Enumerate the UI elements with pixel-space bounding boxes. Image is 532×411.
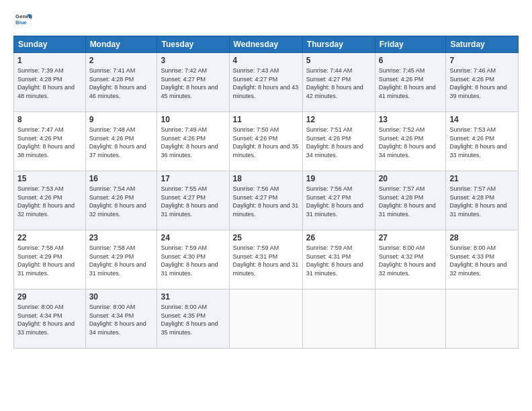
calendar-cell: 17 Sunrise: 7:55 AMSunset: 4:27 PMDaylig… <box>157 171 229 230</box>
day-number: 16 <box>89 174 154 183</box>
calendar-cell: 1 Sunrise: 7:39 AMSunset: 4:28 PMDayligh… <box>14 53 86 112</box>
day-number: 4 <box>233 56 299 65</box>
day-of-week-saturday: Saturday <box>446 36 519 53</box>
calendar-cell: 20 Sunrise: 7:57 AMSunset: 4:28 PMDaylig… <box>375 171 446 230</box>
day-number: 19 <box>306 174 371 183</box>
calendar-cell: 29 Sunrise: 8:00 AMSunset: 4:34 PMDaylig… <box>14 289 86 349</box>
calendar-cell: 27 Sunrise: 8:00 AMSunset: 4:32 PMDaylig… <box>375 230 446 289</box>
day-number: 20 <box>379 174 443 183</box>
calendar-cell: 28 Sunrise: 8:00 AMSunset: 4:33 PMDaylig… <box>446 230 519 289</box>
calendar-cell: 13 Sunrise: 7:52 AMSunset: 4:26 PMDaylig… <box>375 112 446 171</box>
calendar-cell: 11 Sunrise: 7:50 AMSunset: 4:26 PMDaylig… <box>229 112 302 171</box>
day-info: Sunrise: 7:48 AMSunset: 4:26 PMDaylight:… <box>89 126 146 158</box>
day-info: Sunrise: 8:00 AMSunset: 4:32 PMDaylight:… <box>379 244 436 277</box>
calendar-week-2: 8 Sunrise: 7:47 AMSunset: 4:26 PMDayligh… <box>14 112 519 171</box>
calendar-cell: 26 Sunrise: 7:59 AMSunset: 4:31 PMDaylig… <box>302 230 375 289</box>
day-info: Sunrise: 7:41 AMSunset: 4:28 PMDaylight:… <box>89 67 146 99</box>
day-number: 23 <box>89 233 154 242</box>
calendar-cell <box>446 289 519 349</box>
calendar-cell <box>375 289 446 349</box>
day-info: Sunrise: 7:46 AMSunset: 4:26 PMDaylight:… <box>449 67 506 99</box>
calendar-cell: 22 Sunrise: 7:58 AMSunset: 4:29 PMDaylig… <box>14 230 86 289</box>
calendar-cell: 16 Sunrise: 7:54 AMSunset: 4:26 PMDaylig… <box>85 171 157 230</box>
day-number: 14 <box>449 115 515 124</box>
calendar-cell: 3 Sunrise: 7:42 AMSunset: 4:27 PMDayligh… <box>157 53 229 112</box>
day-of-week-friday: Friday <box>375 36 446 53</box>
day-info: Sunrise: 7:58 AMSunset: 4:29 PMDaylight:… <box>17 244 75 277</box>
calendar-week-1: 1 Sunrise: 7:39 AMSunset: 4:28 PMDayligh… <box>14 53 519 112</box>
calendar-week-3: 15 Sunrise: 7:53 AMSunset: 4:26 PMDaylig… <box>14 171 519 230</box>
day-number: 28 <box>449 233 515 242</box>
calendar-cell: 8 Sunrise: 7:47 AMSunset: 4:26 PMDayligh… <box>14 112 86 171</box>
calendar-cell: 4 Sunrise: 7:43 AMSunset: 4:27 PMDayligh… <box>229 53 302 112</box>
calendar-cell: 21 Sunrise: 7:57 AMSunset: 4:28 PMDaylig… <box>446 171 519 230</box>
calendar-cell: 18 Sunrise: 7:56 AMSunset: 4:27 PMDaylig… <box>229 171 302 230</box>
day-info: Sunrise: 8:00 AMSunset: 4:33 PMDaylight:… <box>449 244 506 277</box>
day-info: Sunrise: 7:56 AMSunset: 4:27 PMDaylight:… <box>233 185 299 218</box>
day-info: Sunrise: 8:00 AMSunset: 4:34 PMDaylight:… <box>89 304 146 336</box>
day-number: 22 <box>17 233 82 242</box>
day-number: 27 <box>379 233 443 242</box>
day-info: Sunrise: 8:00 AMSunset: 4:34 PMDaylight:… <box>17 304 75 336</box>
calendar-cell: 12 Sunrise: 7:51 AMSunset: 4:26 PMDaylig… <box>302 112 375 171</box>
day-info: Sunrise: 7:42 AMSunset: 4:27 PMDaylight:… <box>161 67 218 99</box>
day-info: Sunrise: 7:43 AMSunset: 4:27 PMDaylight:… <box>233 67 299 99</box>
logo-icon: General Blue <box>13 10 32 29</box>
day-of-week-thursday: Thursday <box>302 36 375 53</box>
day-number: 5 <box>306 56 371 65</box>
day-of-week-monday: Monday <box>85 36 157 53</box>
calendar-cell: 7 Sunrise: 7:46 AMSunset: 4:26 PMDayligh… <box>446 53 519 112</box>
day-info: Sunrise: 7:59 AMSunset: 4:30 PMDaylight:… <box>161 244 218 277</box>
calendar-week-4: 22 Sunrise: 7:58 AMSunset: 4:29 PMDaylig… <box>14 230 519 289</box>
day-info: Sunrise: 7:53 AMSunset: 4:26 PMDaylight:… <box>17 185 75 218</box>
day-number: 13 <box>379 115 443 124</box>
day-number: 17 <box>161 174 225 183</box>
day-number: 15 <box>17 174 82 183</box>
day-info: Sunrise: 7:59 AMSunset: 4:31 PMDaylight:… <box>233 244 299 277</box>
day-number: 25 <box>233 233 299 242</box>
calendar-cell <box>229 289 302 349</box>
day-number: 1 <box>17 56 82 65</box>
day-number: 3 <box>161 56 225 65</box>
calendar-cell: 23 Sunrise: 7:58 AMSunset: 4:29 PMDaylig… <box>85 230 157 289</box>
day-number: 6 <box>379 56 443 65</box>
logo: General Blue <box>13 10 35 29</box>
day-number: 18 <box>233 174 299 183</box>
day-info: Sunrise: 7:39 AMSunset: 4:28 PMDaylight:… <box>17 67 75 99</box>
header: General Blue <box>13 10 519 29</box>
day-number: 2 <box>89 56 154 65</box>
calendar-cell: 24 Sunrise: 7:59 AMSunset: 4:30 PMDaylig… <box>157 230 229 289</box>
calendar-cell: 19 Sunrise: 7:56 AMSunset: 4:27 PMDaylig… <box>302 171 375 230</box>
day-of-week-tuesday: Tuesday <box>157 36 229 53</box>
day-number: 9 <box>89 115 154 124</box>
page: General Blue SundayMondayTuesdayWednesda… <box>0 0 532 411</box>
day-info: Sunrise: 7:54 AMSunset: 4:26 PMDaylight:… <box>89 185 146 218</box>
svg-text:Blue: Blue <box>15 19 28 26</box>
calendar-cell: 31 Sunrise: 8:00 AMSunset: 4:35 PMDaylig… <box>157 289 229 349</box>
day-number: 26 <box>306 233 371 242</box>
day-number: 24 <box>161 233 225 242</box>
calendar-cell: 25 Sunrise: 7:59 AMSunset: 4:31 PMDaylig… <box>229 230 302 289</box>
day-number: 12 <box>306 115 371 124</box>
day-of-week-sunday: Sunday <box>14 36 86 53</box>
day-number: 21 <box>449 174 515 183</box>
day-info: Sunrise: 7:47 AMSunset: 4:26 PMDaylight:… <box>17 126 75 158</box>
day-info: Sunrise: 7:50 AMSunset: 4:26 PMDaylight:… <box>233 126 299 158</box>
day-info: Sunrise: 8:00 AMSunset: 4:35 PMDaylight:… <box>161 304 218 336</box>
day-of-week-wednesday: Wednesday <box>229 36 302 53</box>
calendar-cell: 5 Sunrise: 7:44 AMSunset: 4:27 PMDayligh… <box>302 53 375 112</box>
calendar-table: SundayMondayTuesdayWednesdayThursdayFrid… <box>13 36 519 349</box>
day-info: Sunrise: 7:49 AMSunset: 4:26 PMDaylight:… <box>161 126 218 158</box>
day-number: 8 <box>17 115 82 124</box>
calendar-cell: 2 Sunrise: 7:41 AMSunset: 4:28 PMDayligh… <box>85 53 157 112</box>
day-number: 31 <box>161 292 225 302</box>
day-info: Sunrise: 7:53 AMSunset: 4:26 PMDaylight:… <box>449 126 506 158</box>
calendar-cell: 15 Sunrise: 7:53 AMSunset: 4:26 PMDaylig… <box>14 171 86 230</box>
calendar-week-5: 29 Sunrise: 8:00 AMSunset: 4:34 PMDaylig… <box>14 289 519 349</box>
day-number: 29 <box>17 292 82 302</box>
day-info: Sunrise: 7:44 AMSunset: 4:27 PMDaylight:… <box>306 67 363 99</box>
calendar-cell: 9 Sunrise: 7:48 AMSunset: 4:26 PMDayligh… <box>85 112 157 171</box>
calendar-header-row: SundayMondayTuesdayWednesdayThursdayFrid… <box>14 36 519 53</box>
day-info: Sunrise: 7:45 AMSunset: 4:26 PMDaylight:… <box>379 67 436 99</box>
day-info: Sunrise: 7:52 AMSunset: 4:26 PMDaylight:… <box>379 126 436 158</box>
